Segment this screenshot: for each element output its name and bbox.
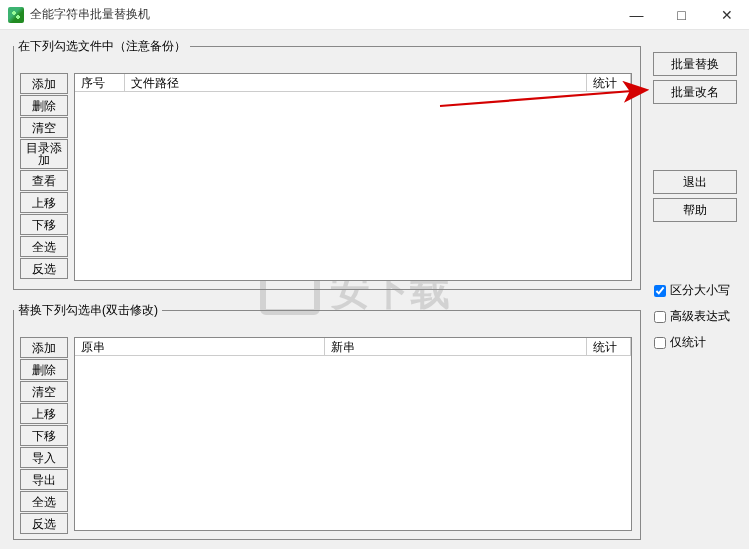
window-controls: — □ ✕ — [614, 0, 749, 29]
string-list-body[interactable] — [75, 356, 631, 530]
string-clear-button[interactable]: 清空 — [20, 381, 68, 402]
client-area: 安下载 .com 在下列勾选文件中（注意备份） 添加 删除 清空 目录添加 查看… — [0, 30, 749, 549]
case-sensitive-checkbox[interactable] — [654, 285, 666, 297]
string-list[interactable]: 原串 新串 统计 — [74, 337, 632, 531]
string-delete-button[interactable]: 删除 — [20, 359, 68, 380]
advanced-expr-option[interactable]: 高级表达式 — [654, 308, 730, 325]
file-list[interactable]: 序号 文件路径 统计 — [74, 73, 632, 281]
file-list-header: 序号 文件路径 统计 — [75, 74, 631, 92]
string-export-button[interactable]: 导出 — [20, 469, 68, 490]
string-add-button[interactable]: 添加 — [20, 337, 68, 358]
col-new[interactable]: 新串 — [325, 338, 587, 355]
col-stats[interactable]: 统计 — [587, 74, 631, 91]
string-list-header: 原串 新串 统计 — [75, 338, 631, 356]
app-icon — [8, 7, 24, 23]
col-seq[interactable]: 序号 — [75, 74, 125, 91]
file-selectall-button[interactable]: 全选 — [20, 236, 68, 257]
window-title: 全能字符串批量替换机 — [30, 6, 614, 23]
string-selectall-button[interactable]: 全选 — [20, 491, 68, 512]
close-button[interactable]: ✕ — [704, 0, 749, 29]
file-delete-button[interactable]: 删除 — [20, 95, 68, 116]
case-sensitive-option[interactable]: 区分大小写 — [654, 282, 730, 299]
minimize-button[interactable]: — — [614, 0, 659, 29]
string-group-legend: 替换下列勾选串(双击修改) — [14, 302, 162, 319]
file-button-column: 添加 删除 清空 目录添加 查看 上移 下移 全选 反选 — [20, 73, 68, 280]
batch-replace-button[interactable]: 批量替换 — [653, 52, 737, 76]
file-view-button[interactable]: 查看 — [20, 170, 68, 191]
stats-only-checkbox[interactable] — [654, 337, 666, 349]
file-list-body[interactable] — [75, 92, 631, 280]
file-moveup-button[interactable]: 上移 — [20, 192, 68, 213]
file-movedown-button[interactable]: 下移 — [20, 214, 68, 235]
advanced-expr-checkbox[interactable] — [654, 311, 666, 323]
file-group-legend: 在下列勾选文件中（注意备份） — [14, 38, 190, 55]
batch-rename-button[interactable]: 批量改名 — [653, 80, 737, 104]
string-moveup-button[interactable]: 上移 — [20, 403, 68, 424]
maximize-button[interactable]: □ — [659, 0, 704, 29]
col-orig[interactable]: 原串 — [75, 338, 325, 355]
exit-button[interactable]: 退出 — [653, 170, 737, 194]
string-button-column: 添加 删除 清空 上移 下移 导入 导出 全选 反选 — [20, 337, 68, 535]
file-add-button[interactable]: 添加 — [20, 73, 68, 94]
string-replace-group: 替换下列勾选串(双击修改) 添加 删除 清空 上移 下移 导入 导出 全选 反选… — [13, 302, 641, 540]
string-movedown-button[interactable]: 下移 — [20, 425, 68, 446]
string-invert-button[interactable]: 反选 — [20, 513, 68, 534]
file-selection-group: 在下列勾选文件中（注意备份） 添加 删除 清空 目录添加 查看 上移 下移 全选… — [13, 38, 641, 290]
title-bar: 全能字符串批量替换机 — □ ✕ — [0, 0, 749, 30]
col-stats2[interactable]: 统计 — [587, 338, 631, 355]
col-path[interactable]: 文件路径 — [125, 74, 587, 91]
help-button[interactable]: 帮助 — [653, 198, 737, 222]
file-clear-button[interactable]: 清空 — [20, 117, 68, 138]
stats-only-option[interactable]: 仅统计 — [654, 334, 706, 351]
dir-add-button[interactable]: 目录添加 — [20, 139, 68, 169]
string-import-button[interactable]: 导入 — [20, 447, 68, 468]
file-invert-button[interactable]: 反选 — [20, 258, 68, 279]
